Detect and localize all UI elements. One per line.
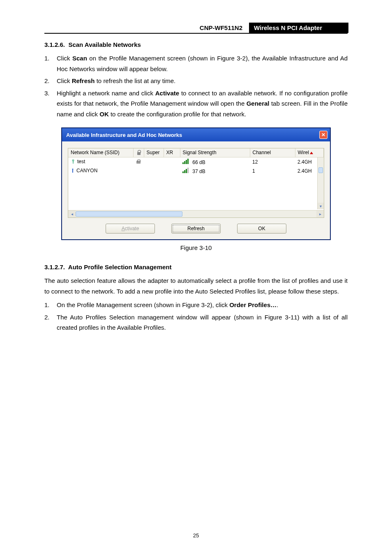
step-2-pre: The Auto Profiles Selection management w… bbox=[57, 314, 348, 331]
sort-up-icon bbox=[310, 152, 313, 154]
ok-button[interactable]: OK bbox=[237, 224, 286, 234]
network-list[interactable]: Network Name (SSID) Super XR Signal Stre… bbox=[68, 148, 324, 218]
svg-rect-3 bbox=[72, 170, 73, 173]
signal-value: 37 dB bbox=[192, 169, 205, 174]
svg-point-2 bbox=[72, 169, 74, 170]
product-model: CNP-WF511N2 bbox=[167, 23, 249, 33]
step-1: Click Scan on the Profile Management scr… bbox=[44, 53, 348, 74]
step-1: On the Profile Management screen (shown … bbox=[44, 300, 348, 310]
section-3126-steps: Click Scan on the Profile Management scr… bbox=[44, 53, 348, 119]
close-button[interactable]: ✕ bbox=[319, 131, 327, 139]
scroll-track[interactable] bbox=[76, 210, 316, 217]
section-3127-title: 3.1.2.7. Auto Profile Selection Manageme… bbox=[44, 264, 348, 271]
ssid-text: test bbox=[77, 159, 85, 164]
horizontal-scrollbar[interactable]: ◂ ▸ bbox=[68, 210, 324, 217]
signal-value: 66 dB bbox=[192, 160, 205, 165]
page-number: 25 bbox=[0, 532, 392, 539]
step-1-post: . bbox=[277, 301, 278, 308]
col-xr[interactable]: XR bbox=[164, 148, 180, 157]
step-2-bold: Refresh bbox=[72, 77, 95, 84]
table-row[interactable]: test 66 dB 12 bbox=[68, 157, 324, 166]
network-table: Network Name (SSID) Super XR Signal Stre… bbox=[68, 148, 324, 176]
step-1-pre: Click bbox=[57, 55, 72, 62]
col-wireless[interactable]: Wirel bbox=[295, 148, 324, 157]
step-2-post: to refresh the list at any time. bbox=[95, 77, 176, 84]
section-3127-heading: Auto Profile Selection Management bbox=[68, 264, 172, 271]
header-spacer bbox=[44, 23, 167, 33]
activate-button[interactable]: Activate bbox=[106, 224, 155, 234]
adhoc-icon bbox=[71, 168, 75, 173]
step-2: Click Refresh to refresh the list at any… bbox=[44, 76, 348, 86]
step-1-pre: On the Profile Management screen (shown … bbox=[57, 301, 229, 308]
col-super[interactable]: Super bbox=[144, 148, 164, 157]
step-1-bold: Order Profiles… bbox=[229, 301, 277, 308]
step-3-b1: Activate bbox=[155, 90, 179, 97]
dialog-titlebar[interactable]: Available Infrastructure and Ad Hoc Netw… bbox=[62, 128, 330, 141]
dialog-title: Available Infrastructure and Ad Hoc Netw… bbox=[66, 132, 319, 138]
scroll-left-icon[interactable]: ◂ bbox=[68, 210, 76, 217]
channel-value: 12 bbox=[250, 157, 295, 166]
step-3-post3: to create the configuration profile for … bbox=[109, 111, 246, 118]
step-1-bold: Scan bbox=[72, 55, 87, 62]
col-ssid[interactable]: Network Name (SSID) bbox=[68, 148, 133, 157]
figure-caption: Figure 3-10 bbox=[44, 244, 348, 251]
col-wireless-label: Wirel bbox=[298, 150, 309, 155]
section-3126-number: 3.1.2.6. bbox=[44, 41, 65, 48]
step-2: The Auto Profiles Selection management w… bbox=[44, 312, 348, 333]
section-3127-steps: On the Profile Management screen (shown … bbox=[44, 300, 348, 333]
step-2-pre: Click bbox=[57, 77, 72, 84]
scroll-thumb[interactable] bbox=[76, 211, 182, 217]
security-icon bbox=[136, 150, 142, 156]
activate-label: ctivate bbox=[125, 226, 139, 231]
channel-value: 1 bbox=[250, 166, 295, 176]
product-title: Wireless N PCI Adapter bbox=[249, 23, 348, 33]
close-icon: ✕ bbox=[321, 132, 325, 137]
page-header: CNP-WF511N2 Wireless N PCI Adapter bbox=[44, 23, 348, 34]
step-3-b2: General bbox=[247, 100, 270, 107]
section-3127-number: 3.1.2.7. bbox=[44, 264, 65, 271]
scroll-down-icon[interactable]: ▾ bbox=[318, 203, 324, 209]
signal-bars-icon bbox=[182, 159, 189, 164]
step-3-b3: OK bbox=[99, 111, 109, 118]
dialog-body: Network Name (SSID) Super XR Signal Stre… bbox=[62, 141, 330, 239]
table-header-row: Network Name (SSID) Super XR Signal Stre… bbox=[68, 148, 324, 157]
refresh-button[interactable]: Refresh bbox=[171, 224, 221, 234]
signal-bars-icon bbox=[182, 168, 189, 173]
vertical-scrollbar[interactable]: ▾ bbox=[317, 157, 324, 209]
col-channel[interactable]: Channel bbox=[250, 148, 295, 157]
scroll-right-icon[interactable]: ▸ bbox=[316, 210, 324, 217]
lock-icon bbox=[136, 160, 141, 164]
step-3: Highlight a network name and click Activ… bbox=[44, 88, 348, 120]
section-3126-heading: Scan Available Networks bbox=[68, 41, 141, 48]
section-3126-title: 3.1.2.6. Scan Available Networks bbox=[44, 41, 348, 48]
step-3-pre: Highlight a network name and click bbox=[57, 90, 155, 97]
dialog-button-row: Activate Refresh OK bbox=[68, 224, 324, 234]
section-3127-intro: The auto selection feature allows the ad… bbox=[44, 275, 348, 296]
table-row[interactable]: CANYON 37 dB 1 bbox=[68, 166, 324, 176]
scroll-thumb[interactable] bbox=[318, 167, 323, 173]
available-networks-dialog: Available Infrastructure and Ad Hoc Netw… bbox=[61, 127, 331, 240]
ssid-text: CANYON bbox=[76, 168, 97, 173]
infrastructure-icon bbox=[71, 159, 76, 164]
col-security[interactable] bbox=[133, 148, 144, 157]
step-1-post: on the Profile Management screen (shown … bbox=[57, 55, 348, 72]
col-signal[interactable]: Signal Strength bbox=[180, 148, 250, 157]
